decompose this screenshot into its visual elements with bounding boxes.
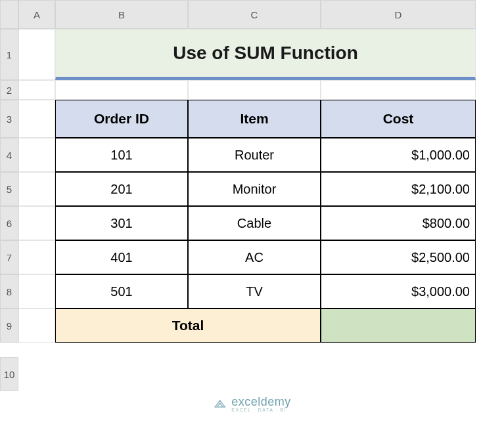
row-header-1[interactable]: 1 bbox=[0, 29, 18, 80]
cell-item[interactable]: TV bbox=[188, 274, 321, 308]
logo-subtext: EXCEL · DATA · BI bbox=[231, 408, 291, 412]
select-all-corner[interactable] bbox=[0, 0, 18, 29]
cell-item[interactable]: AC bbox=[188, 240, 321, 274]
row-header-8[interactable]: 8 bbox=[0, 274, 18, 308]
table-header-order-id[interactable]: Order ID bbox=[55, 100, 188, 138]
total-label-cell[interactable]: Total bbox=[55, 308, 321, 343]
cell-cost[interactable]: $3,000.00 bbox=[321, 274, 476, 308]
cell-cost[interactable]: $2,100.00 bbox=[321, 172, 476, 206]
row-header-5[interactable]: 5 bbox=[0, 172, 18, 206]
cell-A6[interactable] bbox=[18, 206, 55, 240]
spreadsheet-grid: A B C D 1 2 3 4 5 6 7 8 9 Use of SUM Fun… bbox=[0, 0, 476, 343]
row-header-7[interactable]: 7 bbox=[0, 240, 18, 274]
cell-D2[interactable] bbox=[321, 80, 476, 100]
row-header-4[interactable]: 4 bbox=[0, 138, 18, 172]
cell-order-id[interactable]: 501 bbox=[55, 274, 188, 308]
cell-order-id[interactable]: 101 bbox=[55, 138, 188, 172]
cell-A9[interactable] bbox=[18, 308, 55, 343]
cell-order-id[interactable]: 401 bbox=[55, 240, 188, 274]
cell-item[interactable]: Monitor bbox=[188, 172, 321, 206]
logo-icon bbox=[213, 397, 226, 410]
row-header-10[interactable]: 10 bbox=[0, 357, 18, 391]
cell-B2[interactable] bbox=[55, 80, 188, 100]
table-header-cost[interactable]: Cost bbox=[321, 100, 476, 138]
logo-text: exceldemy bbox=[231, 395, 291, 409]
row-header-6[interactable]: 6 bbox=[0, 206, 18, 240]
cell-cost[interactable]: $2,500.00 bbox=[321, 240, 476, 274]
table-header-item[interactable]: Item bbox=[188, 100, 321, 138]
row-header-2[interactable]: 2 bbox=[0, 80, 18, 100]
cell-cost[interactable]: $800.00 bbox=[321, 206, 476, 240]
title-cell[interactable]: Use of SUM Function bbox=[55, 29, 476, 80]
cell-A4[interactable] bbox=[18, 138, 55, 172]
cell-A3[interactable] bbox=[18, 100, 55, 138]
cell-item[interactable]: Cable bbox=[188, 206, 321, 240]
col-header-D[interactable]: D bbox=[321, 0, 476, 29]
cell-cost[interactable]: $1,000.00 bbox=[321, 138, 476, 172]
watermark-logo: exceldemy EXCEL · DATA · BI bbox=[213, 395, 291, 412]
cell-C2[interactable] bbox=[188, 80, 321, 100]
col-header-A[interactable]: A bbox=[18, 0, 55, 29]
cell-order-id[interactable]: 301 bbox=[55, 206, 188, 240]
cell-A7[interactable] bbox=[18, 240, 55, 274]
total-value-cell[interactable] bbox=[321, 308, 476, 343]
col-header-B[interactable]: B bbox=[55, 0, 188, 29]
cell-A8[interactable] bbox=[18, 274, 55, 308]
cell-A5[interactable] bbox=[18, 172, 55, 206]
row-header-9[interactable]: 9 bbox=[0, 308, 18, 343]
col-header-C[interactable]: C bbox=[188, 0, 321, 29]
row-header-3[interactable]: 3 bbox=[0, 100, 18, 138]
cell-order-id[interactable]: 201 bbox=[55, 172, 188, 206]
cell-item[interactable]: Router bbox=[188, 138, 321, 172]
cell-A2[interactable] bbox=[18, 80, 55, 100]
cell-A1[interactable] bbox=[18, 29, 55, 80]
